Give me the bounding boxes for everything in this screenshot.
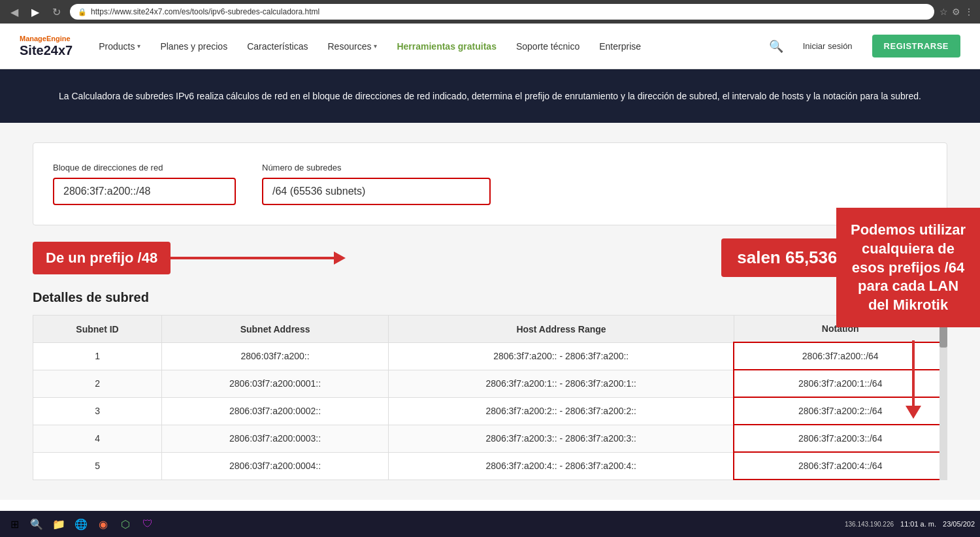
cell-host-range: 2806:3f7:a200:4:: - 2806:3f7:a200:4:: (389, 452, 734, 480)
table-row: 1 2806:03f7:a200:: 2806:3f7:a200:: - 280… (33, 342, 947, 370)
logo-bottom: Site24x7 (20, 43, 73, 57)
chevron-down-icon-2: ▾ (374, 42, 377, 50)
table-row: 3 2806:03f7:a200:0002:: 2806:3f7:a200:2:… (33, 397, 947, 425)
nav-products[interactable]: Products ▾ (99, 38, 140, 55)
table-header-row: Subnet ID Subnet Address Host Address Ra… (33, 316, 947, 343)
address-bar[interactable]: 🔒 https://www.site24x7.com/es/tools/ipv6… (70, 4, 934, 20)
nav-caracteristicas-label: Características (247, 41, 308, 52)
cell-subnet-id: 4 (33, 425, 162, 452)
cell-notation: 2806:3f7:a200:4::/64 (734, 452, 947, 480)
annotation-arrow (171, 252, 708, 265)
logo[interactable]: ManageEngine Site24x7 (20, 35, 73, 57)
table-body: 1 2806:03f7:a200:: 2806:3f7:a200:: - 280… (33, 342, 947, 480)
nav-resources-label: Resources (328, 41, 372, 52)
lock-icon: 🔒 (78, 8, 87, 16)
table-row: 5 2806:03f7:a200:0004:: 2806:3f7:a200:4:… (33, 452, 947, 480)
prefix-label-box: De un prefijo /48 (33, 242, 171, 274)
nav-soporte-label: Soporte técnico (516, 41, 580, 52)
network-block-input[interactable] (53, 178, 236, 205)
subnets-input[interactable] (262, 178, 491, 205)
nav-enterprise[interactable]: Enterprise (599, 38, 641, 55)
cell-host-range: 2806:3f7:a200:: - 2806:3f7:a200:: (389, 342, 734, 370)
cell-subnet-address: 2806:03f7:a200:: (162, 342, 389, 370)
table-row: 2 2806:03f7:a200:0001:: 2806:3f7:a200:1:… (33, 370, 947, 397)
nav-planes[interactable]: Planes y precios (160, 38, 227, 55)
hero-description: La Calculadora de subredes IPv6 realiza … (13, 89, 967, 103)
subnets-label: Número de subredes (262, 163, 491, 172)
col-host-range: Host Address Range (389, 316, 734, 343)
calculator-section: Bloque de direcciones de red Número de s… (33, 142, 947, 225)
nav-resources[interactable]: Resources ▾ (328, 38, 378, 55)
col-subnet-address: Subnet Address (162, 316, 389, 343)
nav-login[interactable]: Iniciar sesión (803, 41, 853, 52)
scroll-indicator[interactable] (939, 315, 947, 480)
logo-top: ManageEngine (20, 35, 73, 42)
cell-subnet-id: 1 (33, 342, 162, 370)
hero-section: La Calculadora de subredes IPv6 realiza … (0, 69, 980, 123)
col-subnet-id: Subnet ID (33, 316, 162, 343)
cell-host-range: 2806:3f7:a200:1:: - 2806:3f7:a200:1:: (389, 370, 734, 397)
extensions-icon[interactable]: ⚙ (952, 7, 960, 17)
nav-soporte[interactable]: Soporte técnico (516, 38, 580, 55)
main-content: Podemos utilizar cualquiera de esos pref… (0, 123, 980, 500)
nav-herramientas-label: Herramientas gratuitas (397, 41, 497, 52)
search-icon[interactable]: 🔍 (769, 39, 783, 54)
reload-button[interactable]: ↻ (48, 5, 65, 20)
cell-subnet-address: 2806:03f7:a200:0002:: (162, 397, 389, 425)
url-text: https://www.site24x7.com/es/tools/ipv6-s… (91, 7, 319, 16)
arrow-head-right (334, 252, 346, 265)
arrow-shaft-horizontal (171, 257, 334, 259)
menu-icon[interactable]: ⋮ (964, 7, 973, 17)
cell-subnet-id: 2 (33, 370, 162, 397)
cell-host-range: 2806:3f7:a200:3:: - 2806:3f7:a200:3:: (389, 425, 734, 452)
network-block-label: Bloque de direcciones de red (53, 163, 236, 172)
network-block-field: Bloque de direcciones de red (53, 163, 236, 205)
cell-subnet-id: 3 (33, 397, 162, 425)
subnet-details-section: Detalles de subred Subnet ID Subnet Addr… (33, 290, 947, 480)
down-arrow (906, 340, 921, 419)
nav-planes-label: Planes y precios (160, 41, 227, 52)
bookmark-icon[interactable]: ☆ (939, 7, 948, 17)
table-wrapper: Subnet ID Subnet Address Host Address Ra… (33, 315, 947, 480)
nav-products-label: Products (99, 41, 135, 52)
right-annotation-text: Podemos utilizar cualquiera de esos pref… (851, 221, 966, 312)
cell-subnet-id: 5 (33, 452, 162, 480)
cell-subnet-address: 2806:03f7:a200:0001:: (162, 370, 389, 397)
forward-button[interactable]: ▶ (27, 5, 43, 20)
chevron-down-icon: ▾ (137, 42, 140, 50)
table-header: Subnet ID Subnet Address Host Address Ra… (33, 316, 947, 343)
section-title: Detalles de subred (33, 290, 947, 305)
cell-host-range: 2806:3f7:a200:2:: - 2806:3f7:a200:2:: (389, 397, 734, 425)
right-annotation-box: Podemos utilizar cualquiera de esos pref… (836, 208, 980, 327)
nav-login-label: Iniciar sesión (803, 41, 853, 51)
arrow-shaft-down (912, 340, 915, 406)
browser-toolbar: ☆ ⚙ ⋮ (939, 7, 973, 17)
nav-herramientas[interactable]: Herramientas gratuitas (397, 38, 497, 55)
back-button[interactable]: ◀ (7, 5, 22, 20)
annotation-row: De un prefijo /48 salen 65,536 prefijos … (33, 238, 947, 277)
cell-subnet-address: 2806:03f7:a200:0004:: (162, 452, 389, 480)
cell-notation: 2806:3f7:a200:3::/64 (734, 425, 947, 452)
subnet-table: Subnet ID Subnet Address Host Address Ra… (33, 315, 947, 480)
subnets-field: Número de subredes (262, 163, 491, 205)
navbar: ManageEngine Site24x7 Products ▾ Planes … (0, 24, 980, 69)
table-row: 4 2806:03f7:a200:0003:: 2806:3f7:a200:3:… (33, 425, 947, 452)
browser-chrome: ◀ ▶ ↻ 🔒 https://www.site24x7.com/es/tool… (0, 0, 980, 24)
cell-subnet-address: 2806:03f7:a200:0003:: (162, 425, 389, 452)
calculator-row: Bloque de direcciones de red Número de s… (53, 163, 927, 205)
register-button[interactable]: REGISTRARSE (872, 35, 960, 57)
nav-caracteristicas[interactable]: Características (247, 38, 308, 55)
nav-enterprise-label: Enterprise (599, 41, 641, 52)
arrow-head-down (906, 406, 921, 419)
